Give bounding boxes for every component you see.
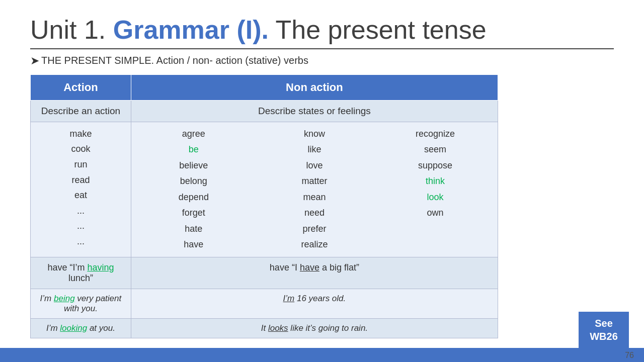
bottom-bar — [0, 348, 644, 362]
subtitle: ➤ THE PRESENT SIMPLE. Action / non- acti… — [30, 54, 614, 67]
example3-action: I’m looking at you. — [31, 318, 131, 338]
title-area: Unit 1. Grammar (I). The present tense — [30, 15, 614, 49]
wb-box-text: SeeWB26 — [590, 317, 618, 343]
table-row-example3: I’m looking at you. It looks like it’s g… — [31, 318, 498, 338]
be-word: be — [189, 144, 199, 154]
title-prefix: Unit 1. — [30, 15, 113, 44]
header-nonaction: Non action — [131, 74, 498, 100]
page-number: 76 — [625, 351, 634, 360]
looking-word: looking — [60, 323, 87, 333]
being-word: being — [54, 294, 75, 303]
example2-action: I’m being very patient with you. — [31, 289, 131, 318]
table-row-example2: I’m being very patient with you. I’m 16 … — [31, 289, 498, 318]
header-action: Action — [31, 74, 131, 100]
example1-action: have “I’m having lunch” — [31, 257, 131, 289]
words-nonaction: agreebebelievebelongdependforgethatehave… — [131, 122, 498, 257]
example1-nonaction: have “I have a big flat” — [131, 257, 498, 289]
nonaction-col1: agreebebelievebelongdependforgethatehave — [133, 126, 254, 253]
example2-nonaction: I’m 16 years old. — [131, 289, 498, 318]
nonaction-col3: recognizeseemsupposethinklookown — [375, 126, 496, 253]
example3-nonaction: It looks like it’s going to rain. — [131, 318, 498, 338]
subtitle-text: THE PRESENT SIMPLE. Action / non- action… — [41, 55, 308, 66]
nonaction-col2: knowlikelovemattermeanneedpreferrealize — [254, 126, 375, 253]
grammar-table: Action Non action Describe an action Des… — [30, 74, 498, 338]
title-divider — [30, 48, 614, 49]
table-row-words: makecookrunreadeat......... agreebebelie… — [31, 122, 498, 257]
arrow-icon: ➤ — [30, 54, 39, 67]
page-container: Unit 1. Grammar (I). The present tense ➤… — [0, 0, 644, 362]
looks-word: looks — [268, 323, 288, 333]
look-word: look — [427, 192, 443, 202]
think-word: think — [426, 176, 445, 186]
table-header-row: Action Non action — [31, 74, 498, 100]
describe-action: Describe an action — [31, 100, 131, 122]
wb-box[interactable]: SeeWB26 — [579, 312, 629, 348]
describe-nonaction: Describe states or feelings — [131, 100, 498, 122]
title-grammar: Grammar (I). — [113, 15, 269, 44]
table-row-describe: Describe an action Describe states or fe… — [31, 100, 498, 122]
words-action: makecookrunreadeat......... — [31, 122, 131, 257]
title-suffix: The present tense — [269, 15, 487, 44]
table-row-example1: have “I’m having lunch” have “I have a b… — [31, 257, 498, 289]
im-word: I’m — [283, 294, 295, 303]
having-word: having — [87, 262, 114, 273]
have-word: have — [300, 262, 319, 273]
title-text: Unit 1. Grammar (I). The present tense — [30, 15, 614, 45]
